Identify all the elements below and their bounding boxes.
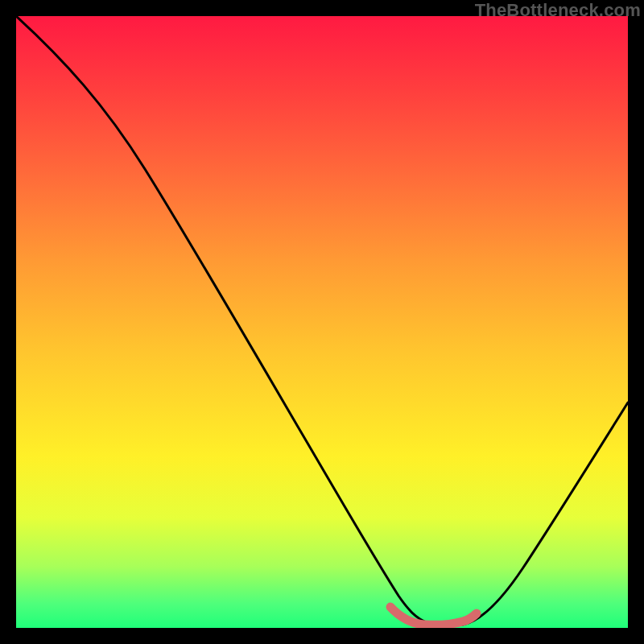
curve-layer (16, 16, 628, 628)
chart-container: TheBottleneck.com (0, 0, 644, 644)
watermark-text: TheBottleneck.com (475, 0, 641, 21)
optimal-range-marker (390, 607, 477, 625)
bottleneck-curve (16, 16, 628, 625)
plot-area (16, 16, 628, 628)
